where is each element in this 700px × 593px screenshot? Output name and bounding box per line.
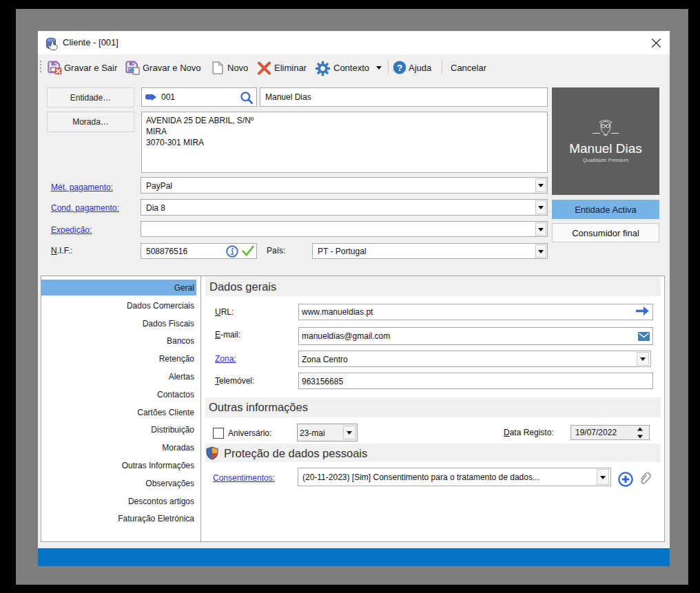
svg-text:?: ? <box>397 63 402 73</box>
